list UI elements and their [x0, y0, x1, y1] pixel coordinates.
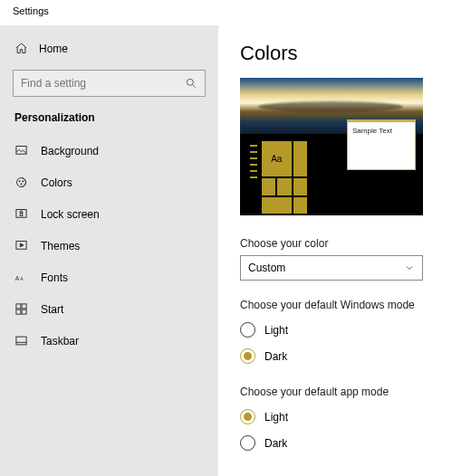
colors-icon	[14, 176, 28, 189]
radio-label: Light	[264, 411, 288, 424]
windows-mode-dark[interactable]: Dark	[240, 343, 449, 369]
chevron-down-icon	[404, 262, 415, 273]
home-label: Home	[39, 43, 68, 55]
search-input-box[interactable]	[13, 70, 206, 97]
svg-text:A: A	[15, 275, 20, 281]
main: Colors Aa Sample Text Choose	[218, 25, 471, 476]
app-mode-light[interactable]: Light	[240, 404, 449, 430]
preview-sample-window: Sample Text	[347, 119, 416, 170]
sidebar-item-themes[interactable]: Themes	[0, 230, 218, 262]
sidebar-item-label: Background	[41, 145, 99, 157]
sidebar-item-fonts[interactable]: AA Fonts	[0, 262, 218, 293]
svg-rect-7	[20, 213, 23, 215]
preview-tile-big: Aa	[262, 141, 292, 176]
svg-rect-13	[16, 309, 21, 314]
sidebar-item-label: Taskbar	[41, 335, 79, 347]
sidebar-item-lockscreen[interactable]: Lock screen	[0, 198, 218, 230]
preview-start: Aa	[247, 139, 309, 215]
sidebar-item-colors[interactable]: Colors	[0, 167, 218, 198]
layout: Home Personalization Background	[0, 25, 471, 476]
window-title: Settings	[0, 0, 471, 25]
svg-rect-1	[16, 147, 26, 155]
sidebar-item-taskbar[interactable]: Taskbar	[0, 325, 218, 357]
search-icon	[185, 77, 197, 90]
radio-label: Dark	[264, 437, 287, 450]
svg-rect-12	[22, 304, 26, 309]
app-mode-label: Choose your default app mode	[240, 386, 449, 398]
radio-icon	[240, 435, 255, 451]
home-icon	[14, 42, 28, 55]
nav: Background Colors Lock screen Themes	[0, 135, 218, 357]
sidebar: Home Personalization Background	[0, 25, 218, 476]
preview-cloud	[258, 101, 403, 112]
windows-mode-group: Light Dark	[240, 317, 449, 369]
sidebar-item-label: Themes	[41, 240, 80, 252]
choose-color-value: Custom	[248, 262, 285, 274]
choose-color-select[interactable]: Custom	[240, 255, 423, 281]
app-mode-dark[interactable]: Dark	[240, 430, 449, 456]
sidebar-item-label: Lock screen	[41, 208, 100, 221]
svg-rect-11	[16, 304, 21, 309]
windows-mode-label: Choose your default Windows mode	[240, 299, 449, 311]
sidebar-item-label: Colors	[41, 176, 72, 189]
svg-text:A: A	[20, 276, 24, 281]
radio-label: Light	[264, 324, 288, 337]
search-wrap	[0, 62, 218, 106]
radio-icon	[240, 322, 255, 338]
svg-rect-14	[22, 309, 26, 314]
radio-icon-selected	[240, 348, 255, 364]
search-input[interactable]	[21, 77, 185, 90]
radio-label: Dark	[264, 350, 287, 363]
sidebar-item-background[interactable]: Background	[0, 135, 218, 167]
windows-mode-light[interactable]: Light	[240, 317, 449, 343]
start-icon	[14, 302, 28, 316]
preview-sample-text: Sample Text	[348, 122, 415, 139]
sidebar-item-start[interactable]: Start	[0, 293, 218, 325]
section-title: Personalization	[0, 106, 218, 129]
choose-color-label: Choose your color	[240, 237, 449, 250]
svg-point-3	[19, 181, 20, 182]
themes-icon	[14, 239, 28, 252]
radio-icon-selected	[240, 409, 255, 424]
color-preview: Aa Sample Text	[240, 78, 423, 215]
app-mode-group: Light Dark	[240, 404, 449, 456]
taskbar-icon	[14, 334, 28, 347]
svg-point-0	[187, 79, 193, 85]
lockscreen-icon	[14, 207, 28, 221]
fonts-icon: AA	[14, 271, 28, 284]
svg-point-4	[23, 181, 24, 182]
svg-rect-15	[16, 337, 26, 345]
home-link[interactable]: Home	[0, 34, 218, 62]
sidebar-item-label: Fonts	[41, 271, 68, 284]
sidebar-item-label: Start	[41, 303, 63, 316]
page-title: Colors	[240, 42, 449, 65]
svg-point-5	[21, 184, 22, 185]
background-icon	[14, 144, 28, 157]
